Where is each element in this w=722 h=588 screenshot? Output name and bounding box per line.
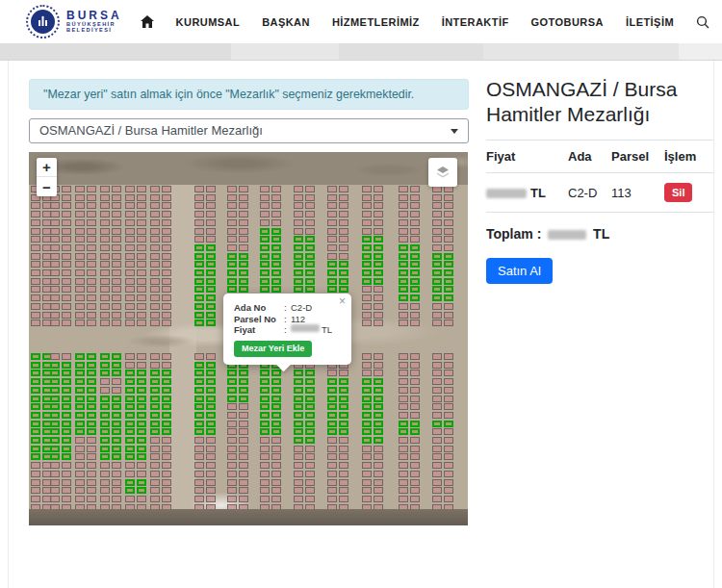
cemetery-plot-available[interactable]	[444, 269, 453, 276]
cemetery-plot-taken[interactable]	[410, 462, 420, 469]
cemetery-plot-taken[interactable]	[100, 253, 110, 260]
cemetery-plot-taken[interactable]	[194, 453, 204, 460]
cemetery-plot-taken[interactable]	[100, 202, 110, 209]
cemetery-plot-available[interactable]	[271, 236, 281, 243]
cemetery-plot-taken[interactable]	[150, 202, 160, 209]
cemetery-plot-available[interactable]	[100, 428, 110, 435]
cemetery-plot-taken[interactable]	[410, 412, 420, 419]
cemetery-plot-taken[interactable]	[271, 219, 281, 226]
cemetery-plot-taken[interactable]	[150, 487, 160, 494]
cemetery-plot-taken[interactable]	[206, 228, 216, 235]
cemetery-plot-taken[interactable]	[399, 370, 408, 376]
cemetery-plot-taken[interactable]	[410, 396, 420, 402]
cemetery-plot-taken[interactable]	[75, 228, 85, 235]
cemetery-plot-taken[interactable]	[137, 219, 146, 226]
cemetery-plot-taken[interactable]	[194, 211, 204, 217]
cemetery-plot-taken[interactable]	[410, 403, 420, 410]
cemetery-plot-taken[interactable]	[31, 303, 40, 310]
cemetery-plot-available[interactable]	[206, 261, 216, 268]
cemetery-plot-taken[interactable]	[50, 462, 60, 469]
cemetery-plot-available[interactable]	[125, 453, 135, 460]
cemetery-plot-taken[interactable]	[271, 446, 281, 452]
cemetery-plot-taken[interactable]	[137, 496, 146, 502]
delete-button[interactable]: Sil	[664, 183, 692, 202]
cemetery-plot-available[interactable]	[150, 421, 160, 427]
cemetery-plot-taken[interactable]	[432, 320, 442, 326]
cemetery-plot-available[interactable]	[294, 412, 303, 419]
cemetery-plot-available[interactable]	[260, 253, 270, 260]
cemetery-plot-taken[interactable]	[339, 194, 348, 201]
cemetery-plot-taken[interactable]	[327, 370, 337, 376]
cemetery-plot-taken[interactable]	[444, 387, 453, 394]
cemetery-plot-available[interactable]	[305, 378, 315, 385]
cemetery-plot-available[interactable]	[125, 387, 135, 394]
cemetery-plot-taken[interactable]	[112, 462, 121, 469]
cemetery-plot-taken[interactable]	[125, 253, 135, 260]
cemetery-plot-taken[interactable]	[239, 202, 248, 209]
cemetery-plot-taken[interactable]	[194, 219, 204, 226]
cemetery-plot-available[interactable]	[271, 244, 281, 251]
cemetery-plot-taken[interactable]	[162, 496, 171, 502]
cemetery-plot-taken[interactable]	[327, 194, 337, 201]
cemetery-plot-taken[interactable]	[239, 462, 248, 469]
cemetery-plot-taken[interactable]	[362, 487, 372, 494]
cemetery-plot-available[interactable]	[150, 412, 160, 419]
cemetery-plot-available[interactable]	[362, 412, 372, 419]
cemetery-plot-available[interactable]	[271, 387, 281, 394]
cemetery-plot-available[interactable]	[294, 269, 303, 276]
cemetery-plot-taken[interactable]	[31, 462, 40, 469]
cemetery-plot-available[interactable]	[239, 378, 248, 385]
cemetery-plot-taken[interactable]	[137, 312, 146, 319]
cemetery-plot-available[interactable]	[194, 320, 204, 326]
cemetery-plot-taken[interactable]	[305, 471, 315, 477]
cemetery-plot-available[interactable]	[206, 396, 216, 402]
cemetery-plot-taken[interactable]	[137, 294, 146, 301]
cemetery-plot-available[interactable]	[194, 312, 204, 319]
cemetery-plot-available[interactable]	[327, 269, 337, 276]
cemetery-plot-taken[interactable]	[31, 487, 40, 494]
cemetery-plot-taken[interactable]	[432, 370, 442, 376]
cemetery-plot-taken[interactable]	[374, 219, 383, 226]
cemetery-plot-taken[interactable]	[194, 194, 204, 201]
cemetery-plot-taken[interactable]	[432, 479, 442, 486]
cemetery-plot-taken[interactable]	[410, 320, 420, 326]
cemetery-plot-taken[interactable]	[327, 496, 337, 502]
cemetery-plot-taken[interactable]	[31, 202, 40, 209]
cemetery-plot-taken[interactable]	[327, 471, 337, 477]
cemetery-plot-taken[interactable]	[339, 496, 348, 502]
cemetery-plot-taken[interactable]	[227, 453, 237, 460]
cemetery-plot-available[interactable]	[150, 370, 160, 376]
cemetery-plot-taken[interactable]	[206, 219, 216, 226]
cemetery-plot-available[interactable]	[271, 370, 281, 376]
cemetery-plot-taken[interactable]	[162, 471, 171, 477]
cemetery-plot-available[interactable]	[206, 370, 216, 376]
cemetery-plot-taken[interactable]	[75, 186, 85, 192]
cemetery-plot-taken[interactable]	[239, 236, 248, 243]
cemetery-plot-available[interactable]	[362, 236, 372, 243]
cemetery-plot-taken[interactable]	[399, 479, 408, 486]
cemetery-plot-available[interactable]	[305, 403, 315, 410]
cemetery-plot-taken[interactable]	[374, 487, 383, 494]
cemetery-plot-available[interactable]	[305, 236, 315, 243]
cemetery-plot-taken[interactable]	[432, 219, 442, 226]
cemetery-plot-available[interactable]	[260, 403, 270, 410]
cemetery-plot-taken[interactable]	[125, 186, 135, 192]
cemetery-plot-available[interactable]	[31, 446, 40, 452]
cemetery-plot-available[interactable]	[194, 370, 204, 376]
cemetery-plot-taken[interactable]	[194, 228, 204, 235]
cemetery-plot-taken[interactable]	[75, 471, 85, 477]
cemetery-plot-available[interactable]	[62, 446, 71, 452]
cemetery-plot-available[interactable]	[62, 370, 71, 376]
cemetery-plot-taken[interactable]	[31, 471, 40, 477]
cemetery-plot-taken[interactable]	[444, 479, 453, 486]
cemetery-plot-taken[interactable]	[444, 236, 453, 243]
cemetery-plot-taken[interactable]	[150, 269, 160, 276]
cemetery-plot-available[interactable]	[227, 378, 237, 385]
cemetery-plot-taken[interactable]	[206, 496, 216, 502]
cemetery-plot-taken[interactable]	[62, 479, 71, 486]
cemetery-plot-taken[interactable]	[150, 462, 160, 469]
cemetery-plot-available[interactable]	[100, 353, 110, 360]
cemetery-plot-taken[interactable]	[162, 453, 171, 460]
cemetery-plot-taken[interactable]	[399, 437, 408, 444]
cemetery-plot-taken[interactable]	[327, 228, 337, 235]
